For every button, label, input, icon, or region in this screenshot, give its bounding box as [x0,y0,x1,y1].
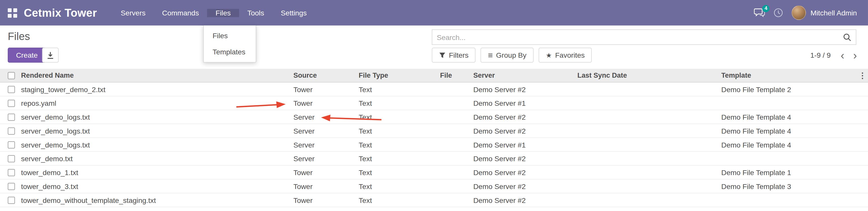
table-row[interactable]: tower_demo_1.txt Tower Text Demo Server … [0,166,868,180]
cell-template: Demo File Template 2 [721,85,857,93]
download-glyph [46,51,54,59]
cell-rendered-name: server_demo_logs.txt [21,113,293,121]
row-checkbox[interactable] [8,196,15,203]
group-by-button[interactable]: ≡ Group By [481,48,534,62]
cell-template: Demo File Template 1 [721,168,857,177]
cell-source: Server [293,126,359,135]
table-header-row: Rendered Name Source File Type File Serv… [0,69,868,83]
magnifier-glyph [843,33,851,41]
row-checkbox[interactable] [8,169,15,176]
cell-source: Tower [293,85,359,93]
column-header-rendered-name[interactable]: Rendered Name [21,71,293,80]
cell-source: Server [293,141,359,149]
row-select-cell [0,196,21,203]
user-menu[interactable]: Mitchell Admin [792,6,857,20]
messages-count-badge: 4 [762,5,769,12]
cell-template: Demo File Template 4 [721,126,857,135]
top-navbar: Cetmix Tower Servers Commands Files Tool… [0,0,868,26]
cell-server: Demo Server #2 [473,126,577,135]
row-checkbox[interactable] [8,127,15,134]
apps-grid-square [8,14,12,18]
cell-source: Server [293,154,359,163]
menu-item-settings[interactable]: Settings [273,9,315,17]
cell-file-type: Text [359,113,440,121]
pager-range: 1-9 / 9 [810,51,831,59]
export-download-icon-button[interactable] [42,48,59,62]
select-all-cell [0,72,21,79]
row-checkbox[interactable] [8,155,15,162]
dropdown-item-files[interactable]: Files [204,28,256,44]
table-row[interactable]: repos.yaml Tower Text Demo Server #1 [0,96,868,110]
column-header-file[interactable]: File [440,71,473,80]
optional-columns-cell: ⋮ [857,71,868,80]
cell-file-type: Text [359,99,440,107]
activities-clock-icon[interactable] [773,8,783,18]
row-checkbox[interactable] [8,141,15,148]
create-button[interactable]: Create [8,48,46,62]
cell-template: Demo File Template 4 [721,113,857,121]
cell-server: Demo Server #2 [473,196,577,204]
menu-item-files[interactable]: Files [207,9,239,17]
menu-item-tools[interactable]: Tools [239,9,273,17]
table-row[interactable]: tower_demo_3.txt Tower Text Demo Server … [0,180,868,193]
select-all-checkbox[interactable] [8,72,15,79]
row-checkbox[interactable] [8,99,15,107]
main-menu: Servers Commands Files Tools Settings [113,9,315,17]
row-checkbox[interactable] [8,183,15,190]
filters-button[interactable]: Filters [432,48,476,62]
pager-previous-icon[interactable]: ‹ [837,50,848,61]
row-checkbox[interactable] [8,86,15,93]
cell-rendered-name: staging_tower_demo_2.txt [21,85,293,93]
cell-file-type: Text [359,85,440,93]
table-row[interactable]: server_demo.txt Server Text Demo Server … [0,152,868,166]
dropdown-item-templates[interactable]: Templates [204,44,256,60]
menu-item-servers[interactable]: Servers [113,9,154,17]
column-header-file-type[interactable]: File Type [359,71,440,80]
column-header-source[interactable]: Source [293,71,359,80]
apps-grid-square [8,8,12,12]
messages-icon[interactable]: 4 [754,8,765,17]
search-input[interactable] [437,33,843,41]
search-box [432,29,856,45]
apps-grid-square [13,14,17,18]
search-icon[interactable] [843,33,851,41]
table-row[interactable]: tower_demo_without_template_staging.txt … [0,193,868,207]
group-by-icon: ≡ [488,51,493,59]
user-name: Mitchell Admin [811,9,857,17]
favorites-button[interactable]: ★ Favorites [539,48,592,62]
row-select-cell [0,99,21,107]
column-header-server[interactable]: Server [473,71,577,80]
user-avatar [792,6,806,20]
table-row[interactable]: server_demo_logs.txt Server Text Demo Se… [0,110,868,124]
apps-grid-icon[interactable] [8,8,17,18]
pager-next-icon[interactable]: › [850,50,860,61]
page-title: Files [8,30,30,42]
files-list-view: Rendered Name Source File Type File Serv… [0,69,868,207]
table-row[interactable]: staging_tower_demo_2.txt Tower Text Demo… [0,83,868,96]
row-select-cell [0,155,21,162]
cell-rendered-name: tower_demo_without_template_staging.txt [21,196,293,204]
cell-server: Demo Server #1 [473,141,577,149]
table-row[interactable]: server_demo_logs.txt Server Text Demo Se… [0,138,868,152]
filters-label: Filters [449,51,469,59]
cell-source: Tower [293,182,359,190]
search-options: Filters ≡ Group By ★ Favorites [432,48,592,62]
row-select-cell [0,183,21,190]
group-by-label: Group By [496,51,527,59]
cell-source: Tower [293,168,359,177]
navbar-right: 4 Mitchell Admin [754,0,868,26]
app-brand-title: Cetmix Tower [24,6,97,19]
table-row[interactable]: server_demo_logs.txt Server Text Demo Se… [0,124,868,138]
optional-columns-icon[interactable]: ⋮ [859,71,866,80]
clock-glyph [773,8,783,18]
cell-source: Server [293,113,359,121]
row-select-cell [0,86,21,93]
cell-server: Demo Server #2 [473,154,577,163]
column-header-last-sync-date[interactable]: Last Sync Date [577,71,721,80]
cell-file-type: Text [359,126,440,135]
column-header-template[interactable]: Template [721,71,857,80]
menu-item-commands[interactable]: Commands [154,9,207,17]
row-checkbox[interactable] [8,113,15,120]
cell-rendered-name: repos.yaml [21,99,293,107]
cell-rendered-name: server_demo.txt [21,154,293,163]
